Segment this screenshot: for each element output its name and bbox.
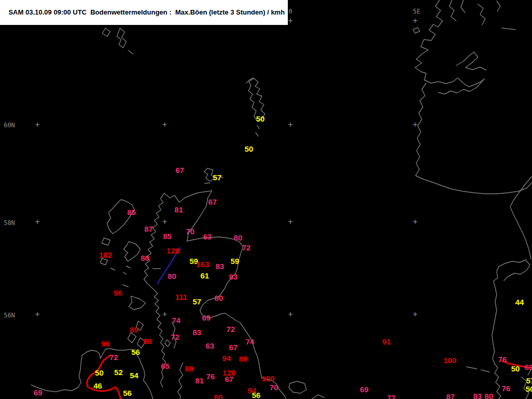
station-gust-value: 74 bbox=[172, 316, 181, 325]
grid-cross: + bbox=[35, 217, 39, 227]
grid-cross: + bbox=[35, 310, 39, 319]
station-gust-value: 111 bbox=[175, 292, 187, 301]
station-gust-value: 96 bbox=[101, 339, 110, 348]
station-gust-value: 63 bbox=[203, 232, 212, 241]
station-gust-value: 65 bbox=[161, 362, 170, 370]
station-gust-value: 52 bbox=[114, 368, 123, 377]
station-gust-value: 72 bbox=[171, 332, 180, 341]
station-gust-value: 69 bbox=[34, 388, 43, 397]
station-gust-value: 61 bbox=[201, 271, 209, 280]
station-gust-value: 120 bbox=[166, 246, 179, 255]
station-gust-value: 67 bbox=[176, 166, 184, 175]
station-gust-value: 83 bbox=[193, 328, 202, 337]
latitude-label: 58N bbox=[4, 219, 15, 227]
latitude-label: 60N bbox=[4, 122, 15, 129]
station-gust-value: 98 bbox=[143, 337, 152, 345]
station-gust-value: 87 bbox=[144, 224, 153, 233]
grid-cross: + bbox=[35, 120, 39, 129]
station-overlay: ++++++++++++++++10W5W05E62N60N58N56N7250… bbox=[0, 0, 532, 399]
grid-cross: + bbox=[288, 120, 292, 129]
station-gust-value: 59 bbox=[231, 257, 240, 265]
station-gust-value: 74 bbox=[246, 337, 255, 346]
longitude-label: 0 bbox=[288, 8, 292, 15]
station-gust-value: 57 bbox=[193, 297, 202, 306]
grid-cross: + bbox=[288, 217, 292, 227]
station-gust-value: 50 bbox=[245, 144, 254, 153]
title-bar: SAM 03.10.09 09:00 UTC Bodenwettermeldun… bbox=[0, 0, 288, 25]
station-gust-value: 56 bbox=[252, 391, 261, 399]
station-gust-value: 69 bbox=[525, 363, 532, 371]
station-gust-value: 80 bbox=[141, 254, 150, 262]
grid-cross: + bbox=[162, 217, 167, 227]
station-gust-value: 56 bbox=[123, 389, 132, 397]
station-gust-value: 44 bbox=[515, 298, 524, 307]
station-gust-value: 100 bbox=[443, 356, 456, 365]
station-gust-value: 72 bbox=[242, 243, 251, 252]
station-gust-value: 100 bbox=[261, 374, 274, 383]
station-gust-value: 72 bbox=[110, 353, 118, 362]
station-gust-value: 67 bbox=[225, 375, 234, 383]
station-gust-value: 50 bbox=[95, 368, 104, 377]
station-gust-value: 57 bbox=[213, 173, 222, 182]
station-gust-value: 81 bbox=[175, 205, 183, 214]
grid-cross: + bbox=[413, 217, 417, 227]
longitude-label: 5E bbox=[413, 8, 420, 15]
station-gust-value: 76 bbox=[502, 384, 511, 393]
latitude-label: 56N bbox=[4, 312, 15, 319]
station-gust-value: 63 bbox=[206, 341, 215, 350]
station-gust-value: 85 bbox=[163, 232, 172, 241]
station-gust-value: 56 bbox=[131, 348, 140, 356]
grid-cross: + bbox=[162, 120, 167, 129]
station-gust-value: 89 bbox=[239, 354, 248, 363]
station-gust-value: 50 bbox=[256, 114, 265, 123]
grid-cross: + bbox=[413, 16, 417, 25]
grid-cross: + bbox=[288, 16, 292, 25]
station-gust-value: 87 bbox=[446, 392, 455, 399]
station-gust-value: 69 bbox=[360, 385, 369, 394]
station-gust-value: 80 bbox=[234, 233, 243, 242]
station-gust-value: 91 bbox=[382, 337, 391, 346]
station-gust-value: 89 bbox=[130, 325, 139, 334]
station-gust-value: 72 bbox=[387, 393, 396, 399]
station-gust-value: 83 bbox=[229, 272, 238, 281]
station-gust-value: 72 bbox=[227, 325, 235, 334]
station-gust-value: 163 bbox=[196, 260, 209, 269]
station-gust-value: 70 bbox=[186, 227, 195, 236]
station-gust-value: 85 bbox=[127, 208, 136, 217]
grid-cross: + bbox=[288, 310, 292, 319]
station-gust-value: 54 bbox=[130, 371, 139, 380]
station-gust-value: 67 bbox=[229, 343, 238, 352]
station-gust-value: 94 bbox=[222, 354, 231, 363]
title-text: SAM 03.10.09 09:00 UTC Bodenwettermeldun… bbox=[8, 8, 285, 16]
station-gust-value: 69 bbox=[202, 313, 211, 322]
station-gust-value: 102 bbox=[99, 250, 112, 259]
grid-cross: + bbox=[413, 120, 417, 129]
station-gust-value: 80 bbox=[485, 392, 494, 399]
station-gust-value: 96 bbox=[114, 288, 123, 297]
station-gust-value: 80 bbox=[168, 272, 177, 281]
station-gust-value: 83 bbox=[216, 262, 224, 271]
station-gust-value: 50 bbox=[511, 364, 520, 373]
station-gust-value: 81 bbox=[195, 376, 204, 385]
grid-cross: + bbox=[413, 310, 417, 319]
station-gust-value: 67 bbox=[208, 197, 217, 206]
station-gust-value: 89 bbox=[185, 364, 194, 373]
station-gust-value: 83 bbox=[473, 392, 482, 399]
station-gust-value: 70 bbox=[270, 383, 278, 392]
station-gust-value: 80 bbox=[214, 393, 223, 399]
station-gust-value: 76 bbox=[498, 355, 507, 364]
station-gust-value: 46 bbox=[94, 381, 102, 390]
weather-gust-map: ++++++++++++++++10W5W05E62N60N58N56N7250… bbox=[0, 0, 532, 399]
station-gust-value: 76 bbox=[206, 372, 215, 381]
station-gust-value: 80 bbox=[215, 294, 223, 302]
station-gust-value: 57 bbox=[526, 376, 532, 385]
station-gust-value: 50 bbox=[526, 384, 532, 393]
grid-cross: + bbox=[162, 310, 167, 319]
